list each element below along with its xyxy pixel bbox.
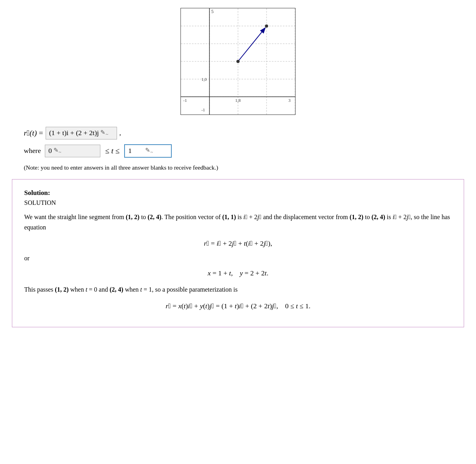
pencil-icon-2: ✎~: [54, 147, 61, 155]
note-text: (Note: you need to enter answers in all …: [24, 164, 468, 171]
r-vector-label: r⃗(t) =: [24, 129, 43, 137]
solution-para2: This passes (1, 2) when t = 0 and (2, 4)…: [24, 285, 452, 295]
where-row: where 0 ✎~ ≤ t ≤ 1 ✎~: [24, 144, 468, 158]
rt-input[interactable]: (1 + t)i + (2 + 2t)j ✎~: [46, 127, 117, 139]
t-upper-input[interactable]: 1 ✎~: [124, 144, 172, 158]
solution-para1: We want the straight line segment from (…: [24, 212, 452, 232]
t-upper-value: 1: [128, 147, 132, 155]
svg-text:3: 3: [288, 98, 291, 103]
solution-header: Solution:: [24, 189, 452, 197]
svg-text:1,0: 1,0: [202, 77, 207, 82]
rt-input-value: (1 + t)i + (2 + 2t)j: [49, 129, 99, 137]
solution-or: or: [24, 255, 452, 262]
svg-point-18: [236, 60, 240, 63]
graph-box: 5 1,0 -1 -1 1,8 3: [180, 8, 296, 115]
svg-text:5: 5: [211, 9, 214, 14]
svg-line-17: [238, 29, 265, 61]
lte-symbol: ≤ t ≤: [105, 147, 119, 155]
svg-text:-1: -1: [183, 98, 187, 103]
solution-eq3: r⃗ = x(t)i⃗ + y(t)j⃗ = (1 + t)i⃗ + (2 + …: [24, 302, 452, 310]
solution-subtitle: SOLUTION: [24, 199, 452, 206]
svg-text:1,8: 1,8: [235, 98, 241, 103]
t-lower-value: 0: [48, 147, 52, 155]
pencil-icon-3: ✎~: [145, 147, 153, 155]
graph-container: 5 1,0 -1 -1 1,8 3: [8, 8, 468, 115]
solution-eq1: r⃗ = i⃗ + 2j⃗ + t(i⃗ + 2j⃗),: [24, 239, 452, 248]
comma-label: ,: [119, 129, 121, 137]
where-label: where: [24, 147, 41, 155]
svg-point-19: [265, 25, 268, 28]
solution-box: Solution: SOLUTION We want the straight …: [12, 179, 464, 327]
svg-text:-1: -1: [202, 107, 205, 112]
t-lower-input[interactable]: 0 ✎~: [45, 145, 100, 157]
pencil-icon-1: ✎~: [100, 129, 108, 137]
answer-section: r⃗(t) = (1 + t)i + (2 + 2t)j ✎~ , where …: [24, 127, 468, 158]
solution-eq2: x = 1 + t, y = 2 + 2t.: [24, 269, 452, 277]
rt-row: r⃗(t) = (1 + t)i + (2 + 2t)j ✎~ ,: [24, 127, 468, 139]
graph-svg: 5 1,0 -1 -1 1,8 3: [181, 8, 295, 115]
